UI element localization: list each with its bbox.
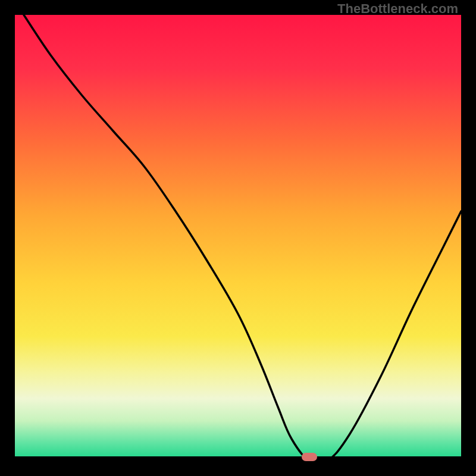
- chart-frame: [15, 15, 461, 461]
- optimal-point-marker: [302, 453, 317, 461]
- chart-background: [15, 15, 461, 461]
- watermark-text: TheBottleneck.com: [337, 1, 458, 17]
- bottleneck-chart: [15, 15, 461, 461]
- x-axis-bar: [15, 456, 461, 461]
